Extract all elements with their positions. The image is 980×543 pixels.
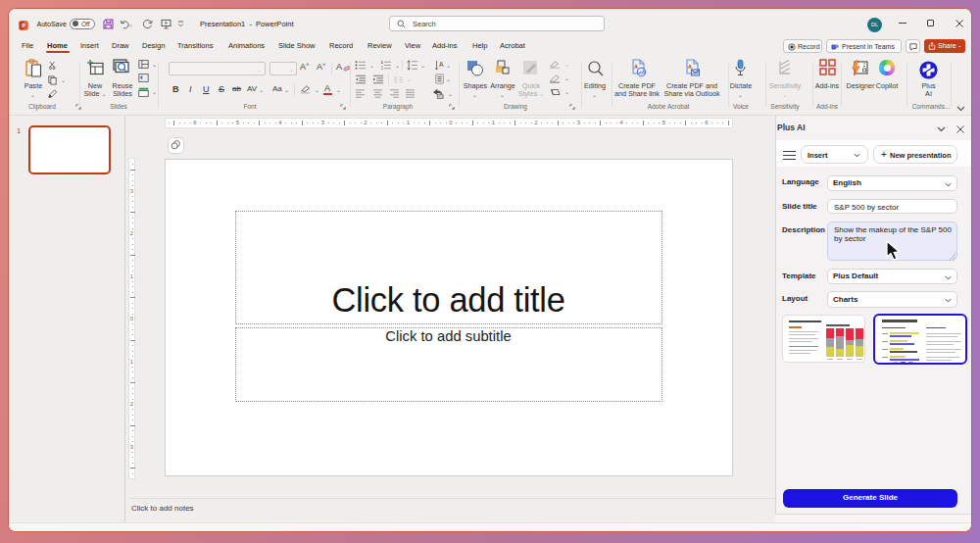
svg-text:A: A (439, 61, 444, 68)
svg-text:A: A (634, 64, 638, 70)
svg-text:P: P (22, 22, 25, 27)
svg-text:A: A (688, 64, 692, 70)
